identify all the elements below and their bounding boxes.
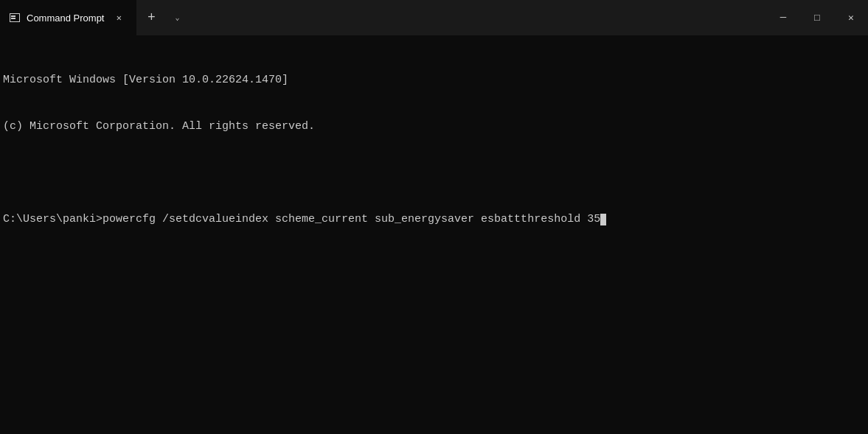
copyright-line: (c) Microsoft Corporation. All rights re… (3, 119, 865, 134)
plus-icon: + (147, 10, 156, 25)
close-icon (848, 12, 854, 24)
tab-label: Command Prompt (27, 13, 104, 24)
terminal-icon (9, 12, 21, 24)
command-line: C:\Users\panki>powercfg /setdcvalueindex… (3, 211, 865, 227)
tab-dropdown-button[interactable]: ⌄ (166, 0, 188, 35)
maximize-icon (814, 13, 820, 24)
version-line: Microsoft Windows [Version 10.0.22624.14… (3, 72, 865, 88)
minimize-icon (780, 12, 786, 24)
tab-close-button[interactable]: ✕ (110, 9, 128, 27)
prompt-text: C:\Users\panki> (3, 211, 103, 227)
blank-line (3, 165, 865, 181)
active-tab[interactable]: Command Prompt ✕ (0, 0, 136, 35)
cursor (600, 214, 606, 225)
chevron-down-icon: ⌄ (175, 13, 179, 22)
command-text: powercfg /setdcvalueindex scheme_current… (103, 211, 600, 227)
titlebar: Command Prompt ✕ + ⌄ (0, 0, 868, 35)
tab-area: Command Prompt ✕ + ⌄ (0, 0, 766, 35)
terminal-output: Microsoft Windows [Version 10.0.22624.14… (3, 41, 865, 258)
close-button[interactable] (834, 0, 868, 35)
minimize-button[interactable] (766, 0, 800, 35)
window-controls (766, 0, 868, 35)
window: Command Prompt ✕ + ⌄ (0, 0, 868, 434)
new-tab-button[interactable]: + (136, 0, 166, 35)
maximize-button[interactable] (800, 0, 834, 35)
terminal-body[interactable]: Microsoft Windows [Version 10.0.22624.14… (0, 35, 868, 434)
